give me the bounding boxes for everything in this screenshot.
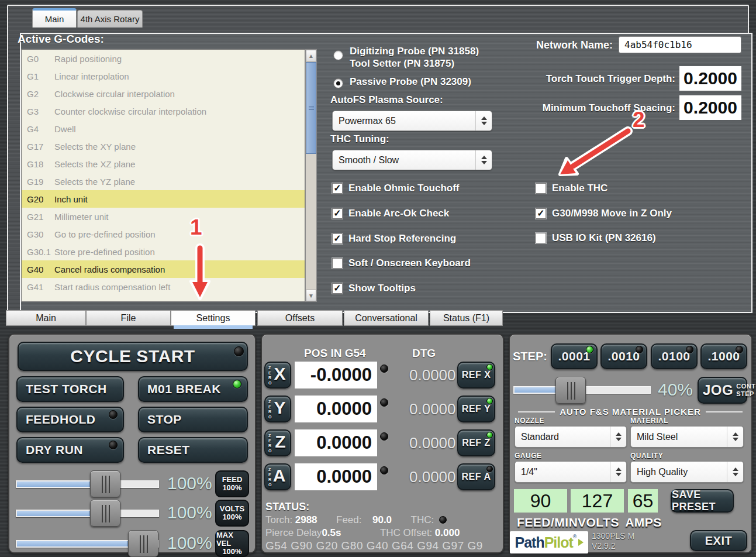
- select-nozzle[interactable]: Standard: [515, 426, 627, 448]
- spinner-arrows-icon[interactable]: [727, 462, 743, 482]
- gcode-row[interactable]: G0Rapid positioning: [22, 50, 305, 67]
- zero-y-button[interactable]: ZEROY: [264, 396, 291, 422]
- override-slider[interactable]: [16, 480, 159, 488]
- override-value: 100%: [167, 533, 212, 553]
- checkbox-g30-m998-move-in-z-only[interactable]: ✓: [536, 208, 546, 219]
- gcode-row[interactable]: G40Cancel radius compensation: [22, 260, 305, 278]
- active-gcodes-title: Active G-Codes:: [18, 33, 104, 46]
- slider-handle[interactable]: [128, 530, 158, 557]
- zero-x-button[interactable]: ZEROX: [264, 362, 291, 388]
- button-test-torch[interactable]: TEST TORCH: [16, 376, 124, 402]
- gcode-code: G4: [22, 124, 54, 134]
- checkbox-show-tooltips[interactable]: ✓: [332, 283, 343, 294]
- dro-led: [380, 398, 388, 407]
- gcode-row[interactable]: G3Counter clockwise circular interpolati…: [22, 102, 305, 120]
- jog-speed-handle[interactable]: [555, 377, 586, 404]
- tab-status-f1-[interactable]: Status (F1): [430, 310, 503, 326]
- select-quality[interactable]: High Quality: [630, 461, 744, 483]
- checkbox-label: Enable Ohmic Touchoff: [348, 183, 460, 194]
- notebook-tab-4th-axis-rotary[interactable]: 4th Axis Rotary: [77, 10, 143, 27]
- dtg-a: 0.0000: [409, 468, 453, 486]
- zero-a-button[interactable]: ZEROA: [264, 463, 291, 490]
- dro-z[interactable]: 0.0000: [295, 429, 377, 456]
- gcode-row[interactable]: G30.1Store pre-defined position: [22, 243, 305, 260]
- scrollbar-thumb[interactable]: [306, 62, 316, 154]
- gcode-row[interactable]: G30Go to pre-defined position: [22, 225, 305, 243]
- probe-radio-0[interactable]: [333, 50, 343, 60]
- probe-radio-1[interactable]: [333, 78, 343, 88]
- gcode-row[interactable]: G17Selects the XY plane: [22, 137, 305, 155]
- cycle-start-button[interactable]: CYCLE START: [18, 342, 248, 371]
- tab-file[interactable]: File: [86, 310, 171, 326]
- gcode-row[interactable]: G4Dwell: [22, 120, 305, 137]
- spinner-arrows-icon[interactable]: [610, 427, 626, 447]
- button-stop[interactable]: STOP: [138, 407, 248, 432]
- dro-x[interactable]: -0.0000: [295, 362, 377, 388]
- plasma-source-label: AutoFS Plasma Source:: [330, 94, 443, 106]
- checkbox-enable-arc-ok-check[interactable]: ✓: [332, 208, 343, 219]
- slider-handle[interactable]: [90, 470, 120, 497]
- override-badge-max-vel[interactable]: MAX VEL100%: [215, 530, 249, 557]
- dro-a[interactable]: 0.0000: [295, 463, 377, 490]
- touchoff-spacing-value[interactable]: 0.2000: [679, 95, 741, 120]
- tab-main[interactable]: Main: [6, 310, 86, 326]
- touchoff-spacing-label: Minimum Touchoff Spacing:: [503, 102, 675, 114]
- network-name-input[interactable]: 4ab54f0c1b16: [619, 36, 741, 53]
- gcode-row[interactable]: G1Linear interpolation: [22, 67, 305, 85]
- tab-conversational[interactable]: Conversational: [344, 310, 429, 326]
- active-gcodes-list[interactable]: G0Rapid positioningG1Linear interpolatio…: [21, 49, 305, 302]
- gcode-row[interactable]: G19Selects the YZ plane: [22, 173, 305, 190]
- gcode-row[interactable]: G2Clockwise circular interpolation: [22, 85, 305, 102]
- jog-mode-button[interactable]: JOG CONTSTEP: [698, 377, 747, 404]
- checkbox-enable-ohmic-touchoff[interactable]: ✓: [332, 183, 343, 194]
- scroll-up-icon[interactable]: ▲: [306, 50, 316, 61]
- dro-y[interactable]: 0.0000: [295, 396, 377, 422]
- dtg-header: DTG: [412, 347, 436, 360]
- button-m01-break[interactable]: M01 BREAK: [138, 376, 248, 402]
- select-gauge[interactable]: 1/4": [515, 461, 627, 483]
- thc-tuning-select[interactable]: Smooth / Slow: [332, 150, 492, 170]
- gcodes-scrollbar[interactable]: ▲ ▼: [305, 49, 317, 302]
- exit-button[interactable]: EXIT: [690, 530, 747, 551]
- checkbox-label: Enable THC: [552, 183, 607, 194]
- jog-mode-label: CONT: [736, 383, 755, 390]
- probe-radio-label: Digitizing Probe (PN 31858): [350, 46, 479, 57]
- save-preset-button[interactable]: SAVE PRESET: [671, 489, 734, 513]
- zero-z-button[interactable]: ZEROZ: [264, 429, 291, 456]
- spinner-arrows-icon[interactable]: [610, 462, 626, 482]
- spinner-arrows-icon[interactable]: [727, 427, 743, 447]
- gcode-row[interactable]: G41Start radius compensation left: [22, 278, 305, 295]
- pathpilot-logo: PathPilot®: [510, 531, 588, 553]
- notebook-tab-main[interactable]: Main: [32, 8, 77, 27]
- gcode-row[interactable]: G18Selects the XZ plane: [22, 155, 305, 173]
- select-material[interactable]: Mild Steel: [630, 426, 744, 448]
- tab-offsets[interactable]: Offsets: [257, 310, 343, 326]
- torch-depth-value[interactable]: 0.2000: [679, 66, 741, 91]
- gcode-row[interactable]: G21Millimeter unit: [22, 208, 305, 225]
- checkbox-enable-thc[interactable]: [536, 183, 546, 194]
- slider-handle[interactable]: [90, 500, 120, 527]
- override-badge-volts[interactable]: VOLTS100%: [215, 500, 249, 527]
- checkbox-usb-io-kit-pn-32616-[interactable]: [536, 233, 546, 243]
- checkbox-hard-stop-referencing[interactable]: ✓: [332, 233, 343, 244]
- tab-settings[interactable]: Settings: [171, 310, 256, 326]
- gcode-row[interactable]: G20Inch unit: [22, 190, 305, 208]
- plasma-source-select[interactable]: Powermax 65: [332, 111, 492, 131]
- gcode-row[interactable]: G42Start radius compenstation right: [22, 295, 305, 302]
- gcode-code: G18: [22, 159, 54, 169]
- zero-text: ZERO: [268, 467, 273, 487]
- checkbox-label: Enable Arc-Ok Check: [348, 208, 449, 219]
- override-badge-feed[interactable]: FEED100%: [215, 470, 249, 497]
- scroll-down-icon[interactable]: ▼: [306, 290, 316, 301]
- readout-volts: 127: [570, 489, 624, 513]
- spinner-arrows-icon[interactable]: [475, 150, 492, 170]
- slider-fill: [17, 482, 90, 487]
- pos-header: POS IN G54: [304, 347, 366, 360]
- spinner-arrows-icon[interactable]: [475, 111, 492, 130]
- button-dry-run[interactable]: DRY RUN: [16, 437, 124, 463]
- checkbox-soft-onscreen-keyboard[interactable]: [332, 258, 343, 269]
- button-reset[interactable]: RESET: [138, 437, 248, 463]
- override-slider[interactable]: [16, 510, 159, 517]
- dro-led: [380, 365, 388, 373]
- button-feedhold[interactable]: FEEDHOLD: [16, 407, 124, 432]
